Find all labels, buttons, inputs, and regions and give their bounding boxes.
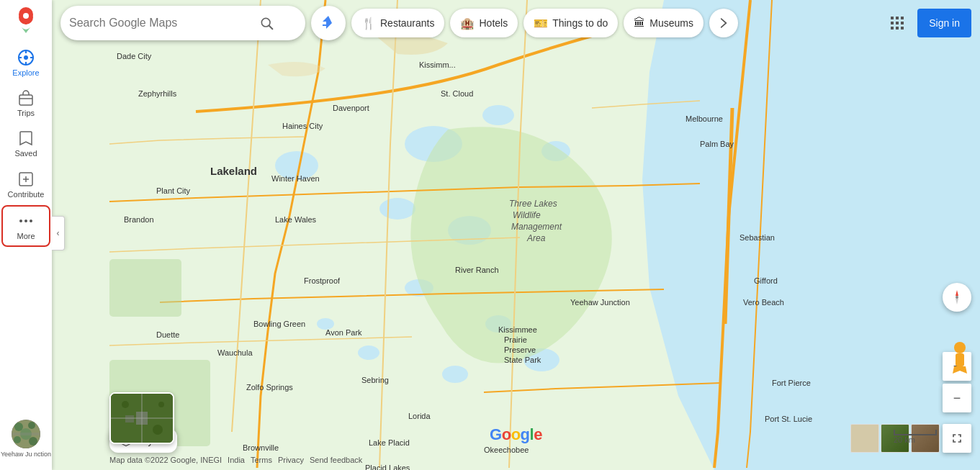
- svg-rect-27: [896, 17, 899, 19]
- avatar-image: [12, 420, 40, 448]
- trips-icon: [17, 89, 35, 107]
- svg-point-58: [158, 402, 164, 407]
- contribute-label: Contribute: [8, 190, 45, 199]
- svg-point-61: [954, 342, 966, 353]
- india-link[interactable]: India: [228, 456, 245, 464]
- things-to-do-icon: 🎫: [534, 17, 548, 30]
- museums-label: Museums: [649, 17, 693, 29]
- more-label: More: [17, 232, 35, 241]
- svg-point-13: [19, 220, 22, 222]
- send-feedback-link[interactable]: Send feedback: [310, 456, 362, 464]
- sidebar-item-trips[interactable]: Trips: [1, 83, 50, 122]
- expand-map-button[interactable]: [943, 424, 971, 453]
- hotels-icon: 🏨: [460, 17, 475, 30]
- svg-rect-60: [956, 353, 964, 366]
- svg-point-57: [153, 425, 163, 435]
- trips-label: Trips: [17, 109, 35, 118]
- sidebar-item-explore[interactable]: Explore: [1, 43, 50, 82]
- map-thumbnail[interactable]: [109, 392, 174, 444]
- svg-point-18: [14, 422, 23, 431]
- sidebar-item-saved[interactable]: Saved: [1, 124, 50, 163]
- svg-rect-28: [901, 17, 904, 19]
- street-view-person-button[interactable]: [948, 336, 971, 376]
- svg-point-42: [317, 318, 334, 330]
- svg-rect-53: [125, 415, 134, 422]
- hotels-pill[interactable]: 🏨 Hotels: [450, 9, 518, 37]
- restaurants-pill[interactable]: 🍴 Restaurants: [351, 9, 444, 37]
- svg-point-15: [30, 220, 32, 222]
- search-input[interactable]: [69, 17, 256, 30]
- topbar: 🍴 Restaurants 🏨 Hotels 🎫 Things to do 🏛 …: [52, 0, 980, 46]
- saved-label: Saved: [14, 149, 37, 158]
- location-label: Yeehaw Ju nction: [1, 451, 51, 458]
- svg-rect-29: [891, 22, 894, 24]
- svg-rect-30: [896, 22, 899, 24]
- google-logo: Google: [490, 425, 542, 444]
- museums-icon: 🏛: [634, 17, 645, 30]
- sign-in-button[interactable]: Sign in: [917, 9, 971, 37]
- search-button[interactable]: [256, 13, 277, 33]
- compass-button[interactable]: [943, 283, 971, 312]
- svg-point-40: [358, 345, 379, 360]
- svg-point-47: [442, 366, 468, 383]
- google-apps-button[interactable]: [883, 9, 912, 37]
- directions-button[interactable]: [311, 6, 346, 40]
- explore-icon: [17, 49, 35, 66]
- svg-point-37: [379, 198, 415, 220]
- user-avatar[interactable]: Yeehaw Ju nction: [1, 420, 51, 458]
- svg-rect-34: [901, 27, 904, 30]
- svg-rect-23: [12, 433, 40, 435]
- svg-point-21: [14, 436, 21, 443]
- svg-rect-48: [109, 259, 181, 317]
- attribution: Map data ©2022 Google, INEGI India Terms…: [109, 456, 362, 464]
- terms-link[interactable]: Terms: [251, 456, 272, 464]
- svg-rect-8: [19, 95, 32, 105]
- saved-icon: [17, 130, 35, 147]
- contribute-icon: [17, 171, 35, 188]
- svg-point-14: [24, 220, 27, 222]
- hotels-label: Hotels: [479, 17, 508, 29]
- svg-point-46: [482, 105, 514, 125]
- sidebar-item-more[interactable]: More: [1, 205, 50, 247]
- svg-point-56: [122, 401, 129, 408]
- map: Dade CityZephyrhillsLakelandPlant CityBr…: [52, 0, 980, 470]
- terrain-button[interactable]: [850, 424, 879, 453]
- more-icon: [17, 212, 35, 230]
- restaurants-label: Restaurants: [380, 17, 434, 29]
- svg-point-22: [29, 437, 37, 446]
- svg-rect-32: [891, 27, 894, 30]
- sidebar-item-contribute[interactable]: Contribute: [1, 165, 50, 204]
- collapse-sidebar-button[interactable]: ‹: [52, 216, 65, 250]
- things-to-do-pill[interactable]: 🎫 Things to do: [523, 9, 618, 37]
- museums-pill[interactable]: 🏛 Museums: [624, 9, 703, 37]
- svg-point-19: [28, 422, 35, 429]
- svg-point-59: [956, 296, 958, 299]
- svg-point-3: [24, 55, 28, 60]
- svg-line-25: [269, 26, 273, 30]
- scale-label: 20 km: [894, 435, 915, 444]
- sidebar: Explore Trips Saved Con: [0, 0, 52, 470]
- zoom-out-button[interactable]: −: [943, 384, 971, 412]
- map-data-text: Map data ©2022 Google, INEGI: [109, 456, 222, 464]
- google-maps-logo[interactable]: [12, 6, 40, 35]
- category-pills: 🍴 Restaurants 🏨 Hotels 🎫 Things to do 🏛 …: [351, 9, 877, 37]
- things-to-do-label: Things to do: [552, 17, 608, 29]
- search-box[interactable]: [60, 6, 305, 40]
- more-categories-button[interactable]: [709, 9, 738, 37]
- explore-label: Explore: [12, 68, 39, 78]
- svg-rect-26: [891, 17, 894, 19]
- privacy-link[interactable]: Privacy: [278, 456, 304, 464]
- svg-point-1: [23, 13, 29, 19]
- restaurants-icon: 🍴: [361, 17, 376, 30]
- svg-rect-31: [901, 22, 904, 24]
- svg-rect-33: [896, 27, 899, 30]
- thumbnail-image: [111, 394, 173, 443]
- scale-bar: 20 km: [894, 430, 937, 444]
